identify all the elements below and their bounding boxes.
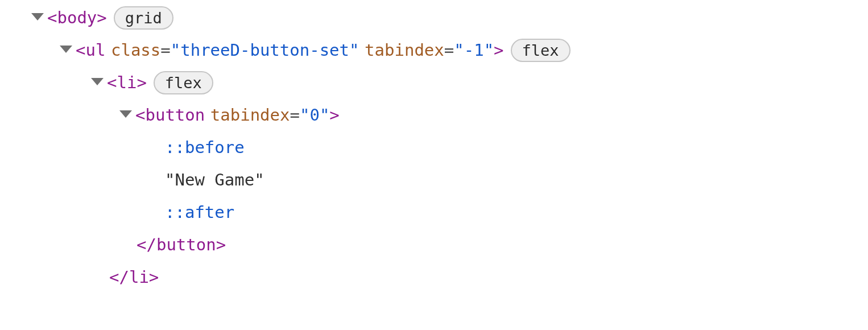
layout-badge-flex[interactable]: flex (154, 71, 213, 94)
tag-li: <li> (107, 67, 147, 98)
dom-node-li-close[interactable]: </li> (0, 261, 868, 294)
expand-arrow-icon[interactable] (31, 13, 44, 20)
text-node-content: "New Game" (165, 164, 264, 196)
dom-node-button-close[interactable]: </button> (0, 229, 868, 261)
attr-eq: = (444, 35, 454, 66)
tag-button-close-bracket: > (329, 100, 339, 131)
pseudo-before-label: ::before (165, 132, 245, 163)
attr-tabindex-value: "0" (300, 100, 329, 131)
attr-eq: = (160, 35, 170, 66)
attr-eq: = (290, 100, 300, 131)
expand-arrow-icon[interactable] (91, 78, 104, 85)
text-node[interactable]: "New Game" (0, 164, 868, 196)
attr-tabindex-name: tabindex (365, 35, 444, 66)
tag-ul-close-bracket: > (494, 35, 503, 66)
tag-body: <body> (47, 2, 107, 34)
attr-class-name: class (111, 35, 160, 66)
dom-node-button[interactable]: <button tabindex = "0" > (0, 99, 868, 131)
pseudo-after-label: ::after (165, 197, 234, 228)
layout-badge-flex[interactable]: flex (511, 39, 571, 62)
layout-badge-grid[interactable]: grid (114, 6, 173, 30)
expand-arrow-icon[interactable] (119, 110, 132, 118)
attr-tabindex-value: "-1" (454, 35, 494, 66)
expand-arrow-icon[interactable] (60, 46, 72, 53)
pseudo-after[interactable]: ::after (0, 196, 868, 229)
attr-class-value: "threeD-button-set" (171, 35, 359, 66)
dom-node-li[interactable]: <li> flex (0, 67, 868, 99)
pseudo-before[interactable]: ::before (0, 131, 868, 164)
tag-ul-open: <ul (76, 35, 105, 66)
dom-node-ul[interactable]: <ul class = "threeD-button-set" tabindex… (0, 34, 868, 67)
tag-button-open: <button (135, 100, 205, 131)
attr-tabindex-name: tabindex (210, 100, 290, 131)
dom-node-body[interactable]: <body> grid (0, 2, 868, 34)
tag-button-close: </button> (137, 229, 226, 261)
tag-li-close: </li> (109, 262, 159, 293)
